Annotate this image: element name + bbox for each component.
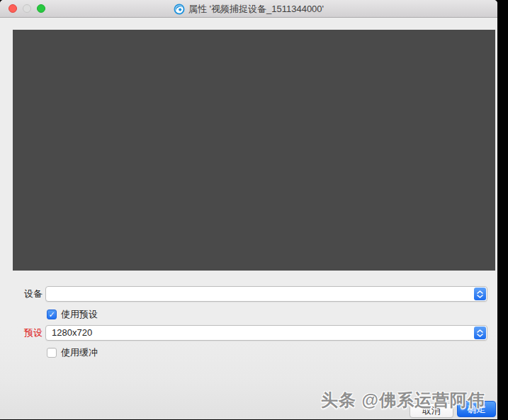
window-title: 属性 '视频捕捉设备_1511344000' <box>188 3 324 16</box>
screen-right-black-strip <box>497 0 508 420</box>
use-preset-checkbox[interactable]: ✓ <box>47 310 57 319</box>
watermark-text: 头条 @佛系运营阿伟 <box>321 389 485 412</box>
device-label: 设备 <box>18 286 43 302</box>
title-container: 属性 '视频捕捉设备_1511344000' <box>0 0 497 18</box>
obs-logo-icon <box>174 4 185 15</box>
use-preset-row: ✓ 使用预设 <box>47 308 98 321</box>
chevrons-up-down-icon <box>474 327 486 339</box>
preset-select[interactable]: 1280x720 <box>45 325 487 341</box>
preset-label: 预设 <box>18 325 43 341</box>
use-buffer-row: 使用缓冲 <box>47 346 98 359</box>
chevrons-up-down-icon <box>474 288 486 300</box>
preset-select-value: 1280x720 <box>52 326 92 340</box>
check-icon: ✓ <box>48 310 55 319</box>
title-bar[interactable]: 属性 '视频捕捉设备_1511344000' <box>0 0 497 18</box>
properties-dialog: 属性 '视频捕捉设备_1511344000' 设备 ✓ 使用预设 预设 1280… <box>0 0 497 419</box>
device-select[interactable] <box>45 286 487 302</box>
use-buffer-checkbox[interactable] <box>47 348 57 358</box>
video-preview-area <box>13 30 495 271</box>
use-buffer-label: 使用缓冲 <box>61 346 98 359</box>
use-preset-label: 使用预设 <box>61 308 98 321</box>
